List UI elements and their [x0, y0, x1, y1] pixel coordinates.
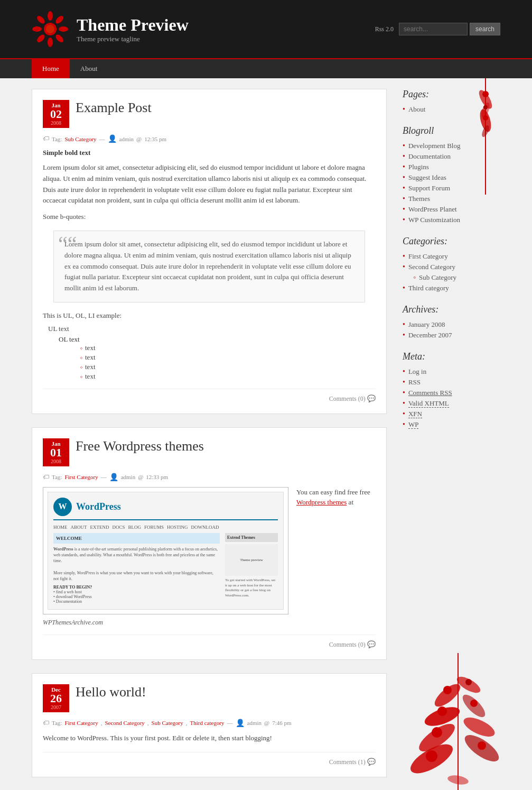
cat-sub-link[interactable]: Sub Category: [419, 273, 456, 282]
post-2-comments[interactable]: Comments (0): [329, 641, 366, 648]
post-1-body: Lorem ipsum dolor sit amet, consectetur …: [43, 162, 376, 381]
search-box: search: [399, 23, 500, 35]
site-tagline: Theme preview tagline: [77, 35, 189, 43]
sidebar-meta-list: Log in RSS Comments RSS Valid XHTML XFN …: [403, 366, 500, 430]
archive-jan-2008: January 2008: [403, 319, 500, 330]
sidebar-categories-list: First Category Second Category Sub Categ…: [403, 251, 500, 293]
meta-valid-xhtml: Valid XHTML: [403, 398, 500, 409]
sidebar-pages: Pages: About: [403, 89, 500, 115]
meta-login-link[interactable]: Log in: [408, 368, 426, 376]
post-1-tag-link[interactable]: Sub Category: [64, 136, 96, 142]
post-2-tag-link[interactable]: First Category: [64, 474, 98, 480]
post-3-time: 7:46 pm: [272, 720, 291, 726]
blogroll-plugins-link[interactable]: Plugins: [408, 163, 429, 171]
post-1-li-4: ⬦ text: [80, 372, 376, 381]
post-3-tag3[interactable]: Sub Category: [152, 720, 183, 726]
post-3-tag4[interactable]: Third category: [190, 720, 225, 726]
meta-rss: RSS: [403, 377, 500, 388]
rss-link[interactable]: Rss 2.0: [375, 25, 394, 33]
post-3-tag1[interactable]: First Category: [64, 720, 98, 726]
meta-rss-link[interactable]: RSS: [408, 378, 421, 387]
li-1-text: text: [85, 344, 96, 352]
blogroll-wordpress-planet-link[interactable]: WordPress Planet: [408, 205, 457, 214]
main-wrapper: Jan 02 2008 Example Post 🏷 Tag: Sub Cate…: [0, 78, 532, 790]
post-1-comments[interactable]: Comments (0): [329, 395, 366, 402]
svg-point-1: [48, 11, 53, 21]
nav-item-about[interactable]: About: [70, 59, 108, 78]
sidebar-page-about-link[interactable]: About: [408, 105, 426, 114]
post-3-comments[interactable]: Comments (1): [329, 758, 366, 766]
post-1-body-text: Lorem ipsum dolor sit amet, consectetur …: [43, 162, 376, 206]
post-2-credit: WPThemesArchive.com: [43, 619, 288, 627]
post-2-time: 12:33 pm: [146, 474, 168, 480]
blogroll-suggest-ideas-link[interactable]: Suggest Ideas: [408, 173, 446, 182]
post-1-li-1: ⬦ text: [80, 344, 376, 352]
post-1-list: UL text OL text ⬦ text ⬦ text: [48, 325, 376, 381]
comment-icon-1: 💬: [367, 394, 376, 402]
post-2-meta: 🏷 Tag: First Category — 👤 admin @ 12:33 …: [43, 473, 376, 482]
cat-third-link[interactable]: Third category: [408, 284, 449, 292]
post-1-day: 02: [47, 108, 65, 120]
meta-xfn-link[interactable]: XFN: [408, 410, 422, 418]
post-3-date: Dec 26 2007: [43, 684, 69, 712]
nav-item-home[interactable]: Home: [32, 59, 70, 78]
post-3-tag2[interactable]: Second Category: [105, 720, 144, 726]
post-1-blockquote-text: Lorem ipsum dolor sit amet, consectetur …: [64, 240, 351, 292]
sidebar-pages-list: About: [403, 104, 500, 115]
sidebar-categories: Categories: First Category Second Catego…: [403, 236, 500, 293]
meta-wp-link[interactable]: WP: [408, 420, 419, 429]
search-input[interactable]: [399, 23, 468, 35]
logo-icon: [32, 11, 69, 48]
blogroll-wp-customization-link[interactable]: WP Customization: [408, 216, 460, 224]
post-2-header: Jan 01 2008 Free Wordpress themes: [43, 438, 376, 466]
post-1-date: Jan 02 2008: [43, 100, 69, 128]
sidebar-categories-title: Categories:: [403, 236, 500, 247]
li-bullet-1: ⬦: [80, 345, 83, 351]
blogroll-plugins: Plugins: [403, 162, 500, 172]
comment-icon-2: 💬: [367, 640, 376, 648]
header: Theme Preview Theme preview tagline Rss …: [0, 0, 532, 58]
post-1-bold: Simple bold text: [43, 149, 376, 157]
svg-point-7: [32, 26, 42, 32]
blogroll-wordpress-planet: WordPress Planet: [403, 204, 500, 215]
sidebar-archives-list: January 2008 December 2007: [403, 319, 500, 341]
post-3-header: Dec 26 2007 Hello world!: [43, 684, 376, 712]
tag-label-3: Tag:: [52, 720, 62, 726]
post-3-body: Welcome to WordPress. This is your first…: [43, 733, 376, 744]
blogroll-documentation-link[interactable]: Documentation: [408, 152, 451, 161]
sidebar-archives: Archives: January 2008 December 2007: [403, 304, 500, 341]
blogroll-themes-link[interactable]: Themes: [408, 195, 430, 203]
sidebar-blogroll-list: Development Blog Documentation Plugins S…: [403, 141, 500, 225]
meta-login: Log in: [403, 366, 500, 377]
post-2: Jan 01 2008 Free Wordpress themes 🏷 Tag:…: [32, 427, 387, 660]
post-1-quotes-label: Some b-quotes:: [43, 212, 376, 223]
post-1-title: Example Post: [76, 100, 152, 116]
search-button[interactable]: search: [470, 23, 500, 35]
post-3-meta: 🏷 Tag: First Category, Second Category, …: [43, 719, 376, 728]
post-1-li-2: ⬦ text: [80, 353, 376, 362]
sidebar-page-about: About: [403, 104, 500, 115]
cat-second-link[interactable]: Second Category: [408, 263, 455, 271]
cat-first-link[interactable]: First Category: [408, 252, 448, 261]
sidebar-archives-title: Archives:: [403, 304, 500, 315]
archive-jan-2008-link[interactable]: January 2008: [408, 320, 445, 329]
tag-icon-3: 🏷: [43, 719, 49, 727]
header-right: Rss 2.0 search: [375, 23, 500, 35]
post-2-date: Jan 01 2008: [43, 438, 69, 466]
svg-point-2: [54, 14, 65, 25]
blogroll-support-forum-link[interactable]: Support Forum: [408, 184, 450, 192]
post-1: Jan 02 2008 Example Post 🏷 Tag: Sub Cate…: [32, 89, 387, 414]
post-3-day: 26: [47, 693, 65, 704]
blogroll-development-blog-link[interactable]: Development Blog: [408, 142, 461, 150]
post-1-ol-text: OL text: [59, 335, 80, 343]
author-icon-2: 👤: [109, 473, 118, 482]
post-1-header: Jan 02 2008 Example Post: [43, 100, 376, 128]
meta-comments-rss-link[interactable]: Comments RSS: [408, 389, 452, 397]
meta-valid-xhtml-link[interactable]: Valid XHTML: [408, 399, 449, 408]
post-2-aside-link[interactable]: Wordpress themes: [296, 498, 347, 506]
sidebar-meta-title: Meta:: [403, 351, 500, 362]
post-2-title: Free Wordpress themes: [76, 438, 204, 454]
cat-third: Third category: [403, 283, 500, 293]
post-1-author: admin: [119, 136, 134, 142]
archive-dec-2007-link[interactable]: December 2007: [408, 331, 452, 339]
